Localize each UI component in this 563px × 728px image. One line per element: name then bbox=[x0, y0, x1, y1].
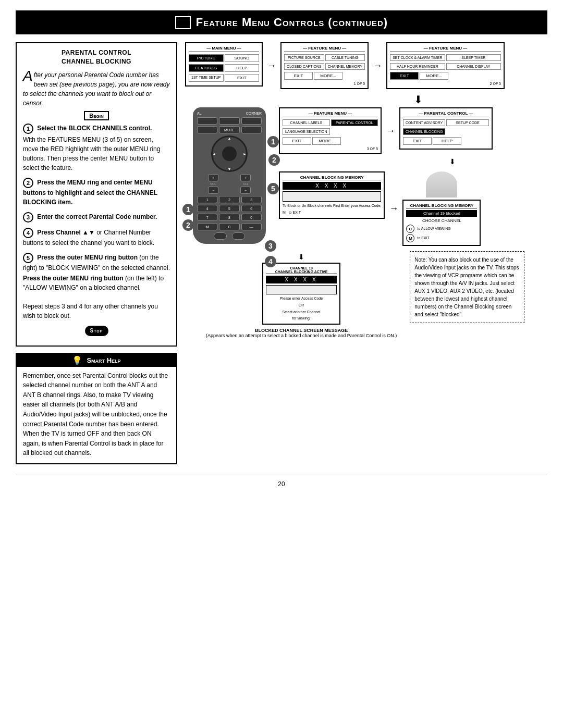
diagram-num-2b: 2 bbox=[182, 219, 194, 231]
bottom-section: ⬇ CHANNEL 19CHANNEL BLOCKING ACTIVE X X … bbox=[185, 251, 547, 338]
header-box-icon bbox=[175, 16, 191, 29]
remote-0-btn[interactable]: 0 bbox=[219, 223, 239, 230]
menu-features: FEATURES bbox=[189, 64, 224, 72]
remote-top-left: AL bbox=[197, 112, 202, 115]
ca-note3: Select another Channel bbox=[266, 310, 337, 315]
step-2-title: Press the MENU ring and center MENU butt… bbox=[23, 179, 157, 206]
num-8[interactable]: 8 bbox=[219, 214, 239, 221]
fm3-language: LANGUAGE SELECTION bbox=[283, 128, 330, 135]
step-4-title: Press Channel ▲▼ or Channel Number butto… bbox=[23, 229, 154, 246]
cbm1-x: X X X X bbox=[283, 182, 381, 190]
remote-btn-5[interactable]: MUTE bbox=[219, 126, 239, 133]
ring-right: ► bbox=[243, 152, 247, 156]
step-5-title: Press the outer MENU ring button (on the… bbox=[23, 254, 170, 272]
person-silhouette bbox=[426, 171, 457, 198]
page-number: 20 bbox=[16, 475, 547, 488]
step-1-num: 1 bbox=[23, 124, 33, 134]
num-3[interactable]: 3 bbox=[241, 196, 262, 203]
remote-corner: CORNER bbox=[246, 112, 262, 115]
ch-down[interactable]: − bbox=[240, 187, 251, 194]
remote-dash-btn[interactable]: — bbox=[241, 223, 262, 230]
cbm1-exit: M to EXIT bbox=[283, 210, 381, 215]
ch-vol-btns: + VOL − + CH − bbox=[197, 174, 262, 194]
remote-m-btn[interactable]: M bbox=[197, 223, 217, 230]
num-9[interactable]: 0 bbox=[241, 214, 262, 221]
fm3-parental: PARENTAL CONTROL bbox=[331, 119, 378, 126]
menu-center-btn[interactable] bbox=[222, 146, 237, 161]
step-5-num: 5 bbox=[23, 253, 33, 263]
cbm2-allow-text: to ALLOW VIEWING bbox=[417, 225, 450, 233]
num-6[interactable]: 6 bbox=[241, 205, 262, 212]
num-2[interactable]: 2 bbox=[219, 196, 239, 203]
num-7[interactable]: 7 bbox=[197, 214, 217, 221]
remote-body: AL CORNER MUTE bbox=[193, 107, 266, 244]
fm3-exit: EXIT bbox=[283, 137, 311, 145]
begin-label: Begin bbox=[84, 111, 109, 120]
right-screens: — FEATURE MENU — CHANNEL LABELS PARENTAL… bbox=[279, 107, 547, 246]
channel-active-area: ⬇ CHANNEL 19CHANNEL BLOCKING ACTIVE X X … bbox=[206, 251, 397, 338]
feature-menu-1: — FEATURE MENU — PICTURE SOURCE CABLE TU… bbox=[280, 42, 369, 89]
remote-btn-3[interactable] bbox=[241, 117, 262, 125]
parental-intro: A fter your personal Parental Code numbe… bbox=[23, 70, 170, 108]
remote-top-btns: MUTE bbox=[197, 117, 262, 133]
menu-help: HELP bbox=[225, 64, 260, 72]
ch-up[interactable]: + bbox=[240, 174, 251, 181]
c-btn[interactable]: C bbox=[406, 225, 414, 233]
remote-btn-4[interactable] bbox=[197, 126, 217, 133]
feature-menu-3: — FEATURE MENU — CHANNEL LABELS PARENTAL… bbox=[279, 107, 382, 154]
fm1-memory: CHANNEL MEMORY bbox=[325, 63, 365, 70]
feature-menu-1-title: — FEATURE MENU — bbox=[284, 46, 365, 52]
ca-note4: for viewing. bbox=[266, 316, 337, 321]
channel-block-mem-1: CHANNEL BLOCKING MEMORY X X X X To Block… bbox=[279, 171, 385, 219]
fm3-page: 3 OF 5 bbox=[283, 147, 378, 151]
cbm2-blocked: Channel 19 blocked bbox=[406, 210, 477, 217]
parental-menu-screen: — PARENTAL CONTROL — CONTENT ADVISORY SE… bbox=[399, 107, 493, 150]
vol-up[interactable]: + bbox=[208, 174, 218, 181]
ch-label: CH bbox=[243, 182, 248, 186]
pc-blocking: CHANNEL BLOCKING bbox=[403, 128, 445, 135]
screens-row-2: — FEATURE MENU — CHANNEL LABELS PARENTAL… bbox=[279, 107, 547, 154]
num-4[interactable]: 4 bbox=[197, 205, 217, 212]
right-column: — MAIN MENU — PICTURE SOUND FEATURES HEL… bbox=[185, 42, 547, 464]
remote-btn-2[interactable] bbox=[219, 117, 239, 125]
fm2-page: 2 OF 5 bbox=[390, 82, 501, 85]
arrow-1: → bbox=[267, 60, 276, 71]
down-arrow-3: ⬇ bbox=[298, 253, 304, 261]
step-2-num: 2 bbox=[23, 178, 33, 188]
menu-ring[interactable] bbox=[211, 135, 248, 172]
fm2-sleep: SLEEP TIMER bbox=[446, 54, 501, 61]
arrow-3: → bbox=[386, 126, 395, 137]
cbm1-title: CHANNEL BLOCKING MEMORY bbox=[283, 175, 381, 180]
step-2: 2 Press the MENU ring and center MENU bu… bbox=[23, 178, 170, 207]
cbm2-title: CHANNEL BLOCKING MEMORY bbox=[406, 203, 477, 208]
m-btn[interactable]: M bbox=[406, 234, 414, 242]
fm2-halfhour: HALF HOUR REMINDER bbox=[390, 63, 445, 70]
pc-setup: SETUP CODE bbox=[446, 119, 488, 126]
remote-btn-1[interactable] bbox=[197, 117, 217, 125]
channel-block-screens: CHANNEL BLOCKING MEMORY X X X X To Block… bbox=[279, 171, 547, 246]
step-3-title: Enter the correct Parental Code number. bbox=[37, 213, 157, 220]
stop-label: Stop bbox=[85, 326, 108, 336]
pc-exit: EXIT bbox=[403, 137, 432, 145]
arrow-4: → bbox=[389, 203, 398, 214]
main-menu-screen: — MAIN MENU — PICTURE SOUND FEATURES HEL… bbox=[185, 42, 263, 87]
main-menu-title: — MAIN MENU — bbox=[189, 46, 259, 52]
num-1[interactable]: 1 bbox=[197, 196, 217, 203]
vol-down[interactable]: − bbox=[208, 187, 218, 194]
step-5-detail: Press the outer MENU ring button (on the… bbox=[23, 274, 170, 320]
fm3-title: — FEATURE MENU — bbox=[283, 111, 378, 117]
fm1-captions: CLOSED CAPTIONS bbox=[284, 63, 324, 70]
remote-btn-6[interactable] bbox=[241, 126, 262, 133]
remote-oval-1[interactable] bbox=[214, 232, 227, 240]
menu-exit: EXIT bbox=[225, 74, 260, 82]
diagram-num-5: 5 bbox=[267, 183, 279, 194]
remote-oval-2[interactable] bbox=[232, 232, 245, 240]
fm2-more: MORE... bbox=[420, 72, 448, 80]
parental-title: Parental Control Channel Blocking bbox=[23, 48, 170, 66]
ring-left: ◄ bbox=[212, 152, 216, 156]
cbm2-allow-row: C to ALLOW VIEWING bbox=[406, 225, 477, 233]
smart-help-body: Remember, once set Parental Control bloc… bbox=[23, 371, 170, 458]
step-4: 4 Press Channel ▲▼ or Channel Number but… bbox=[23, 228, 170, 248]
num-5[interactable]: 5 bbox=[219, 205, 239, 212]
down-arrow-2: ⬇ bbox=[357, 157, 547, 166]
